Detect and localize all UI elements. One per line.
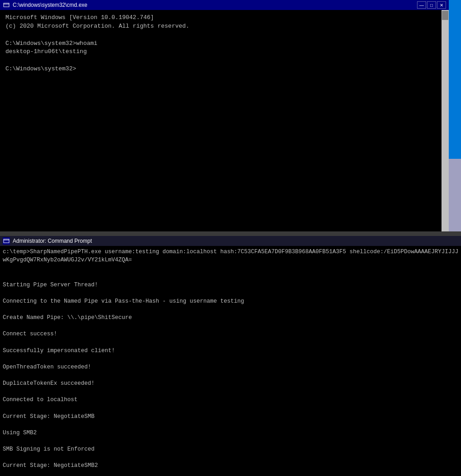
cmd-line-8: Successfully impersonated client! — [3, 347, 458, 355]
cmd-line-2: wKgPvgdQW7RxNyb2oAWUGJ2v/VY21kLmV4ZQA= — [3, 256, 458, 264]
cmd-line-6: Create Named Pipe: \\.\pipe\ShitSecure — [3, 314, 458, 322]
close-button[interactable]: ✕ — [437, 1, 446, 9]
cmd-window-bottom: Administrator: Command Prompt c:\temp>Sh… — [0, 236, 461, 476]
cmd-line-11: Connected to localhost — [3, 396, 458, 404]
cmd-icon-top — [3, 1, 10, 9]
right-sidebar-panel — [449, 159, 461, 231]
cmd-body-top: Microsoft Windows [Version 10.0.19042.74… — [0, 10, 449, 231]
minimize-button[interactable]: — — [417, 1, 426, 9]
cmd-line-12: Current Stage: NegotiateSMB — [3, 412, 458, 421]
cmd-title-bottom: Administrator: Command Prompt — [13, 238, 92, 244]
cmd-titlebar-bottom: Administrator: Command Prompt — [0, 236, 461, 246]
cmd-window-top: C:\windows\system32\cmd.exe — □ ✕ Micros… — [0, 0, 449, 231]
maximize-button[interactable]: □ — [427, 1, 436, 9]
cmd-line-7: Connect success! — [3, 330, 458, 338]
cmd-line-15: Current Stage: NegotiateSMB2 — [3, 461, 458, 470]
cmd-body-bottom: c:\temp>SharpNamedPipePTH.exe username:t… — [0, 246, 461, 476]
cmd-line-10: DuplicateTokenEx succeeded! — [3, 379, 458, 388]
cmd-line-14: SMB Signing is not Enforced — [3, 445, 458, 453]
scrollbar-top[interactable] — [442, 10, 449, 231]
cmd-output-top: Microsoft Windows [Version 10.0.19042.74… — [3, 12, 446, 75]
cmd-line-5: Connecting to the Named Pipe via Pass-th… — [3, 297, 458, 305]
cmd-line-13: Using SMB2 — [3, 429, 458, 437]
svg-rect-0 — [4, 3, 9, 7]
cmd-titlebar-top: C:\windows\system32\cmd.exe — □ ✕ — [0, 0, 449, 10]
svg-rect-2 — [4, 239, 9, 243]
cmd-icon-bottom — [3, 237, 10, 245]
cmd-line-4: Starting Pipe Server Thread! — [3, 281, 458, 289]
cmd-line-9: OpenThreadToken succeeded! — [3, 363, 458, 371]
scrollbar-thumb-top — [442, 11, 448, 20]
cmd-line-1: c:\temp>SharpNamedPipePTH.exe username:t… — [3, 248, 458, 256]
cmd-title-top: C:\windows\system32\cmd.exe — [13, 2, 414, 8]
window-divider — [0, 231, 461, 236]
titlebar-buttons: — □ ✕ — [417, 1, 446, 9]
